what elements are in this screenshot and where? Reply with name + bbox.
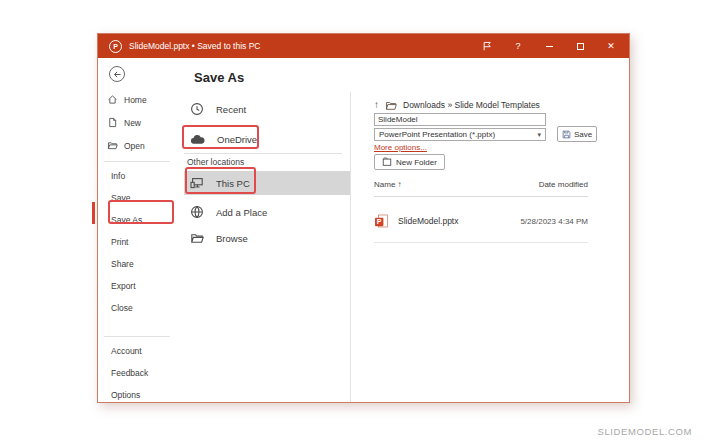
highlight-box-onedrive bbox=[182, 125, 259, 149]
highlight-box-save-as bbox=[108, 200, 174, 224]
place-label: Add a Place bbox=[216, 207, 267, 218]
sidebar-item-options[interactable]: Options bbox=[98, 384, 176, 406]
globe-plus-icon bbox=[190, 205, 204, 219]
sidebar-item-feedback[interactable]: Feedback bbox=[98, 362, 176, 384]
sidebar-divider bbox=[104, 161, 170, 162]
sidebar-bottom-group: Account Feedback Options bbox=[98, 340, 176, 406]
save-floppy-icon bbox=[562, 130, 571, 139]
filetype-value: PowerPoint Presentation (*.pptx) bbox=[379, 130, 495, 139]
sidebar-item-label: Info bbox=[111, 171, 125, 181]
other-locations-label: Other locations bbox=[187, 157, 244, 167]
powerpoint-window: P SlideModel.pptx • Saved to this PC ? ✕ bbox=[97, 33, 630, 403]
file-date-modified: 5/28/2023 4:34 PM bbox=[520, 217, 588, 226]
file-browser-panel: ↑ Downloads » Slide Model Templates Powe… bbox=[351, 58, 629, 402]
sidebar-item-open[interactable]: Open bbox=[98, 134, 176, 157]
sidebar-item-new[interactable]: New bbox=[98, 111, 176, 134]
backstage-view: Home New Open Info Save Save As bbox=[98, 58, 629, 402]
sidebar-item-label: Options bbox=[111, 390, 140, 400]
sidebar-middle-group: Info Save Save As Print Share Export Clo… bbox=[98, 165, 176, 319]
sidebar-item-label: New bbox=[124, 118, 141, 128]
sidebar-item-label: Export bbox=[111, 281, 136, 291]
breadcrumb-folder-icon bbox=[385, 100, 397, 111]
sidebar-item-close[interactable]: Close bbox=[98, 297, 176, 319]
breadcrumb: ↑ Downloads » Slide Model Templates bbox=[374, 98, 540, 112]
filetype-select[interactable]: PowerPoint Presentation (*.pptx) ▾ bbox=[374, 128, 546, 141]
watermark: SLIDEMODEL.COM bbox=[598, 426, 692, 437]
save-as-places-panel: Save As Recent OneDrive Other locations … bbox=[176, 58, 350, 402]
sidebar-item-label: Close bbox=[111, 303, 133, 313]
clock-icon bbox=[190, 102, 204, 116]
place-add-a-place[interactable]: Add a Place bbox=[176, 199, 350, 225]
sidebar-item-account[interactable]: Account bbox=[98, 340, 176, 362]
place-label: Recent bbox=[216, 104, 246, 115]
sidebar-item-info[interactable]: Info bbox=[98, 165, 176, 187]
new-document-icon bbox=[107, 117, 118, 128]
sidebar-item-label: Share bbox=[111, 259, 134, 269]
sidebar-item-label: Open bbox=[124, 141, 145, 151]
sidebar-item-export[interactable]: Export bbox=[98, 275, 176, 297]
new-folder-label: New Folder bbox=[396, 158, 437, 167]
new-folder-button[interactable]: New Folder bbox=[374, 154, 445, 170]
open-folder-icon bbox=[107, 140, 118, 151]
sidebar-item-share[interactable]: Share bbox=[98, 253, 176, 275]
column-name-label: Name bbox=[374, 180, 395, 189]
column-date-modified[interactable]: Date modified bbox=[539, 180, 588, 189]
up-directory-icon[interactable]: ↑ bbox=[374, 100, 379, 110]
save-button[interactable]: Save bbox=[557, 126, 597, 142]
maximize-icon bbox=[577, 43, 584, 50]
backstage-sidebar: Home New Open Info Save Save As bbox=[98, 58, 176, 402]
minimize-button[interactable] bbox=[537, 34, 561, 58]
maximize-button[interactable] bbox=[568, 34, 592, 58]
sidebar-divider bbox=[104, 336, 170, 337]
file-row-divider bbox=[374, 242, 588, 243]
pptx-file-icon: P bbox=[374, 214, 389, 229]
more-options-link[interactable]: More options... bbox=[374, 143, 427, 152]
sidebar-item-label: Feedback bbox=[111, 368, 148, 378]
minimize-icon bbox=[546, 46, 553, 47]
highlight-box-this-pc bbox=[185, 167, 256, 194]
back-button[interactable] bbox=[109, 66, 125, 82]
powerpoint-logo-icon: P bbox=[109, 40, 122, 53]
page-title: Save As bbox=[194, 70, 244, 85]
table-header-divider bbox=[374, 196, 588, 197]
file-name: SlideModel.pptx bbox=[398, 216, 458, 226]
sidebar-item-label: Account bbox=[111, 346, 142, 356]
screenshot-canvas: P SlideModel.pptx • Saved to this PC ? ✕ bbox=[0, 0, 720, 445]
place-label: Browse bbox=[216, 233, 248, 244]
filename-input[interactable] bbox=[374, 113, 546, 126]
logo-letter: P bbox=[113, 43, 118, 50]
browse-folder-icon bbox=[190, 231, 204, 245]
svg-text:P: P bbox=[377, 218, 382, 225]
titlebar: P SlideModel.pptx • Saved to this PC ? ✕ bbox=[98, 34, 629, 58]
new-folder-icon bbox=[382, 157, 392, 167]
column-name[interactable]: Name ↑ bbox=[374, 180, 402, 189]
save-as-selection-bar bbox=[92, 202, 95, 224]
breadcrumb-path[interactable]: Downloads » Slide Model Templates bbox=[403, 100, 540, 110]
sidebar-item-label: Print bbox=[111, 237, 128, 247]
sidebar-item-print[interactable]: Print bbox=[98, 231, 176, 253]
sidebar-top-group: Home New Open bbox=[98, 88, 176, 157]
file-table-header: Name ↑ Date modified bbox=[374, 180, 588, 189]
coach-flag-icon[interactable] bbox=[475, 34, 499, 58]
chevron-down-icon: ▾ bbox=[537, 131, 541, 139]
places-divider bbox=[184, 153, 342, 154]
window-title: SlideModel.pptx • Saved to this PC bbox=[129, 41, 261, 51]
file-row[interactable]: P SlideModel.pptx 5/28/2023 4:34 PM bbox=[374, 210, 588, 232]
save-button-label: Save bbox=[574, 130, 592, 139]
place-recent[interactable]: Recent bbox=[176, 96, 350, 122]
place-browse[interactable]: Browse bbox=[176, 225, 350, 251]
home-icon bbox=[107, 94, 118, 105]
help-button[interactable]: ? bbox=[506, 34, 530, 58]
close-button[interactable]: ✕ bbox=[599, 34, 623, 58]
sidebar-item-label: Home bbox=[124, 95, 147, 105]
sort-ascending-icon: ↑ bbox=[398, 180, 402, 189]
sidebar-item-home[interactable]: Home bbox=[98, 88, 176, 111]
